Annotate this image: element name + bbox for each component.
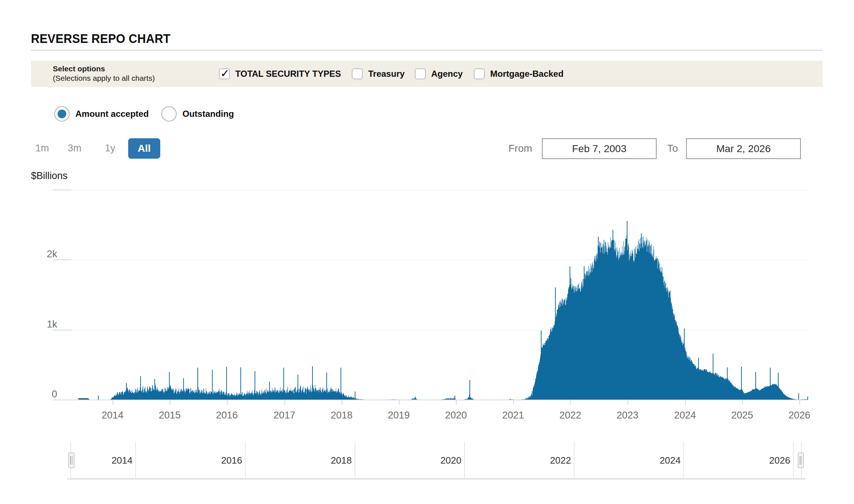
to-date-input[interactable]: Mar 2, 2026 [686, 138, 801, 159]
navigator-separator [574, 441, 574, 479]
radio-circle-outstanding[interactable] [161, 106, 177, 122]
to-label: To [667, 140, 678, 157]
checkbox-box-total-security-types[interactable]: ✓ [219, 68, 230, 79]
x-axis-year-label-2019: 2019 [377, 409, 421, 421]
x-axis-tick-2023 [627, 400, 628, 405]
x-axis-tick-2020 [456, 400, 457, 405]
radio-dot [58, 110, 66, 118]
select-options-line2: (Selections apply to all charts) [53, 74, 155, 83]
checkbox-label: Mortgage-Backed [490, 69, 563, 79]
checkbox-treasury[interactable]: ✓ Treasury [352, 61, 405, 87]
x-axis-year-label-2015: 2015 [148, 409, 192, 421]
x-axis-tick-2016 [227, 400, 228, 405]
x-axis-tick-2024 [685, 400, 686, 405]
x-axis-tick-2017 [284, 400, 285, 405]
select-options-line1: Select options [53, 64, 155, 74]
radio-circle-amount-accepted[interactable] [54, 106, 70, 122]
x-axis-tick-2018 [342, 400, 342, 405]
x-axis-year-label-2018: 2018 [320, 409, 363, 421]
checkbox-box-mortgage-backed[interactable]: ✓ [474, 68, 485, 79]
range-button-3m[interactable]: 3m [68, 140, 82, 156]
navigator-left-handle[interactable] [68, 453, 74, 468]
checkbox-label: Agency [431, 69, 463, 79]
radio-label: Amount accepted [75, 109, 149, 119]
x-axis-tick-2014 [113, 400, 113, 405]
navigator-year-label-2024: 2024 [626, 454, 681, 467]
x-axis-year-label-2022: 2022 [548, 409, 592, 421]
x-axis-tick-2025 [742, 400, 743, 405]
x-axis-year-label-2026: 2026 [778, 409, 821, 421]
range-button-1y[interactable]: 1y [105, 140, 115, 156]
page-title-text: REVERSE REPO CHART [31, 31, 170, 46]
radio-label: Outstanding [182, 109, 234, 119]
title-divider [31, 50, 823, 51]
navigator-separator [464, 441, 465, 479]
range-button-1m[interactable]: 1m [35, 140, 49, 156]
checkbox-label: Treasury [368, 69, 405, 79]
navigator-separator [245, 441, 245, 479]
select-options-label: Select options (Selections apply to all … [53, 64, 155, 83]
from-label: From [508, 140, 532, 157]
x-axis-year-label-2014: 2014 [91, 409, 134, 421]
navigator-year-label-2020: 2020 [407, 454, 461, 467]
radio-amount-accepted[interactable]: Amount accepted [54, 103, 149, 124]
from-date-input[interactable]: Feb 7, 2003 [542, 138, 657, 159]
navigator-year-label-2026: 2026 [736, 454, 790, 467]
page-title: REVERSE REPO CHART [31, 31, 181, 46]
x-axis-tick-2019 [399, 400, 400, 405]
security-type-options-bar: Select options (Selections apply to all … [31, 61, 823, 87]
navigator-separator [355, 441, 355, 479]
navigator-separator [793, 441, 794, 479]
chart-canvas[interactable] [53, 189, 808, 400]
y-axis-unit-label: $Billions [31, 170, 68, 182]
reverse-repo-page: REVERSE REPO CHART Select options (Selec… [0, 0, 854, 504]
x-axis-year-label-2025: 2025 [720, 409, 764, 421]
checkbox-agency[interactable]: ✓ Agency [415, 61, 463, 87]
navigator-separator [135, 441, 136, 479]
checkbox-mortgage-backed[interactable]: ✓ Mortgage-Backed [474, 61, 563, 87]
navigator-year-label-2016: 2016 [188, 454, 242, 467]
navigator-year-label-2022: 2022 [516, 454, 571, 467]
x-axis-tick-2026 [799, 400, 800, 405]
range-button-all[interactable]: All [128, 138, 160, 159]
checkbox-label: TOTAL SECURITY TYPES [235, 69, 341, 79]
x-axis-tick-2021 [513, 400, 514, 405]
checkbox-box-treasury[interactable]: ✓ [352, 68, 363, 79]
x-axis-year-label-2021: 2021 [491, 409, 535, 421]
navigator-year-label-2014: 2014 [78, 454, 133, 467]
navigator-year-label-2018: 2018 [297, 454, 352, 467]
x-axis-tick-2022 [570, 400, 571, 405]
x-axis-tick-2015 [170, 400, 170, 405]
navigator-right-handle[interactable] [798, 453, 804, 468]
navigator-scrollbar-track[interactable] [67, 478, 806, 480]
x-axis-year-label-2020: 2020 [434, 409, 478, 421]
x-axis-year-label-2017: 2017 [263, 409, 306, 421]
x-axis-line [53, 400, 808, 400]
x-axis-year-label-2023: 2023 [606, 409, 649, 421]
x-axis-year-label-2016: 2016 [205, 409, 249, 421]
radio-outstanding[interactable]: Outstanding [161, 103, 234, 124]
checkbox-total-security-types[interactable]: ✓ TOTAL SECURITY TYPES [219, 61, 341, 87]
navigator-separator [684, 441, 684, 479]
x-axis-year-label-2024: 2024 [663, 409, 707, 421]
check-icon: ✓ [220, 67, 229, 80]
checkbox-box-agency[interactable]: ✓ [415, 68, 426, 79]
